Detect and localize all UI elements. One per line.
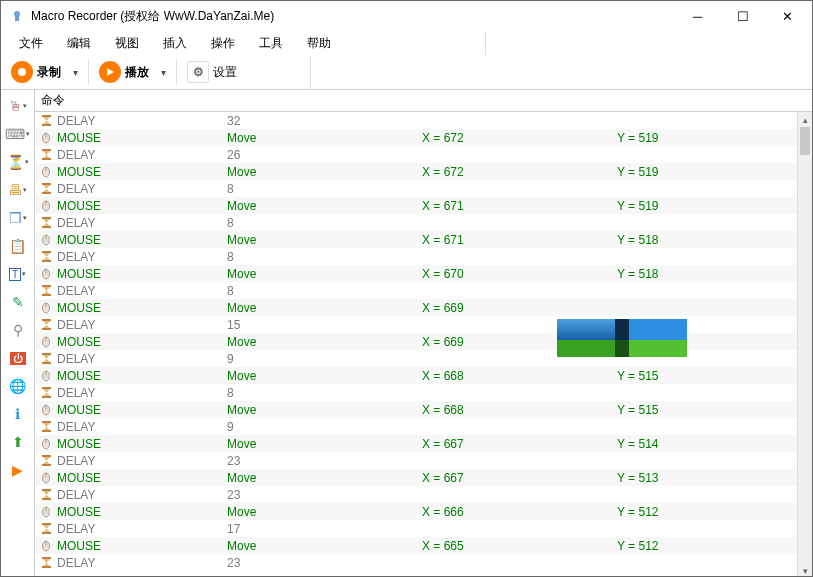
menu-view[interactable]: 视图 [103,32,151,55]
close-button[interactable]: ✕ [765,2,810,30]
delay-row[interactable]: DELAY26 [35,146,797,163]
hourglass-icon [37,521,55,536]
svg-rect-53 [42,532,51,534]
svg-rect-45 [42,464,51,466]
mouse-icon [37,538,55,553]
hourglass-icon [37,555,55,570]
cmd-value: Move [227,131,422,145]
cmd-name: DELAY [57,352,227,366]
menu-edit[interactable]: 编辑 [55,32,103,55]
menu-tools[interactable]: 工具 [247,32,295,55]
scroll-thumb[interactable] [800,127,810,155]
mouse-row[interactable]: MOUSEMoveX = 668Y = 515 [35,401,797,418]
cmd-x: X = 671 [422,233,617,247]
tool-globe[interactable]: 🌐 [4,374,32,398]
cmd-y: Y = 519 [617,199,797,213]
cmd-name: DELAY [57,522,227,536]
delay-row[interactable]: DELAY9 [35,418,797,435]
mouse-icon [37,232,55,247]
svg-rect-44 [42,455,51,457]
mouse-row[interactable]: MOUSEMoveX = 665Y = 512 [35,537,797,554]
minimize-button[interactable]: ─ [675,2,720,30]
cmd-value: Move [227,199,422,213]
mouse-row[interactable]: MOUSEMoveX = 667Y = 513 [35,469,797,486]
tool-copy[interactable]: ❐▾ [4,206,32,230]
svg-rect-24 [42,285,51,287]
tool-info[interactable]: ℹ [4,402,32,426]
delay-row[interactable]: DELAY8 [35,248,797,265]
record-button[interactable]: 录制 [7,59,65,85]
hourglass-icon [37,419,55,434]
delay-row[interactable]: DELAY8 [35,384,797,401]
hourglass-icon [37,249,55,264]
tool-power[interactable]: ⏻ [4,346,32,370]
cmd-value: 8 [227,386,422,400]
cmd-name: DELAY [57,454,227,468]
column-header[interactable]: 命令 [35,90,812,112]
mouse-row[interactable]: MOUSEMoveX = 668Y = 515 [35,367,797,384]
cmd-value: 23 [227,488,422,502]
tool-up[interactable]: ⬆ [4,430,32,454]
cmd-value: 9 [227,420,422,434]
tool-clipboard[interactable]: 📋 [4,234,32,258]
menu-file[interactable]: 文件 [7,32,55,55]
delay-row[interactable]: DELAY8 [35,282,797,299]
delay-row[interactable]: DELAY23 [35,554,797,571]
cmd-x: X = 668 [422,403,617,417]
mouse-row[interactable]: MOUSEMoveX = 666Y = 512 [35,503,797,520]
mouse-row[interactable]: MOUSEMoveX = 671Y = 518 [35,231,797,248]
delay-row[interactable]: DELAY8 [35,180,797,197]
cmd-name: MOUSE [57,267,227,281]
cmd-value: 9 [227,352,422,366]
mouse-row[interactable]: MOUSEMoveX = 669 [35,299,797,316]
mouse-row[interactable]: MOUSEMoveX = 670Y = 518 [35,265,797,282]
cmd-value: Move [227,471,422,485]
mouse-row[interactable]: MOUSEMoveX = 667Y = 514 [35,435,797,452]
menu-insert[interactable]: 插入 [151,32,199,55]
mouse-row[interactable]: MOUSEMoveX = 671Y = 519 [35,197,797,214]
mouse-icon [37,164,55,179]
mouse-icon [37,470,55,485]
svg-rect-57 [42,566,51,568]
delay-row[interactable]: DELAY23 [35,452,797,469]
svg-rect-17 [42,226,51,228]
tool-text[interactable]: T▾ [4,262,32,286]
cmd-value: 32 [227,114,422,128]
cmd-value: 23 [227,454,422,468]
delay-row[interactable]: DELAY23 [35,486,797,503]
tool-print[interactable]: 🖶▾ [4,178,32,202]
settings-button[interactable]: ⚙ 设置 [183,59,241,85]
delay-row[interactable]: DELAY32 [35,112,797,129]
tool-wand[interactable]: ⚲ [4,318,32,342]
cmd-y: Y = 519 [617,165,797,179]
tool-eyedropper[interactable]: ✎ [4,290,32,314]
play-button[interactable]: 播放 [95,59,153,85]
cmd-value: Move [227,233,422,247]
cmd-x: X = 669 [422,301,617,315]
menu-action[interactable]: 操作 [199,32,247,55]
maximize-button[interactable]: ☐ [720,2,765,30]
mouse-row[interactable]: MOUSEMoveX = 672Y = 519 [35,129,797,146]
record-dropdown[interactable]: ▾ [69,67,82,78]
cmd-x: X = 665 [422,539,617,553]
delay-row[interactable]: DELAY8 [35,214,797,231]
tool-mouse[interactable]: 🖱▾ [4,94,32,118]
scrollbar[interactable]: ▴ ▾ [797,112,812,577]
mouse-icon [37,368,55,383]
menu-help[interactable]: 帮助 [295,32,343,55]
mouse-icon [37,504,55,519]
play-dropdown[interactable]: ▾ [157,67,170,78]
svg-rect-41 [42,430,51,432]
scroll-up[interactable]: ▴ [798,112,812,127]
cmd-value: Move [227,267,422,281]
svg-rect-36 [42,387,51,389]
tool-play-circle[interactable]: ▶ [4,458,32,482]
tool-keyboard[interactable]: ⌨▾ [4,122,32,146]
cmd-value: Move [227,437,422,451]
svg-rect-28 [42,319,51,321]
scroll-down[interactable]: ▾ [798,563,812,577]
cmd-y: Y = 514 [617,437,797,451]
mouse-row[interactable]: MOUSEMoveX = 672Y = 519 [35,163,797,180]
tool-delay[interactable]: ⏳▾ [4,150,32,174]
delay-row[interactable]: DELAY17 [35,520,797,537]
